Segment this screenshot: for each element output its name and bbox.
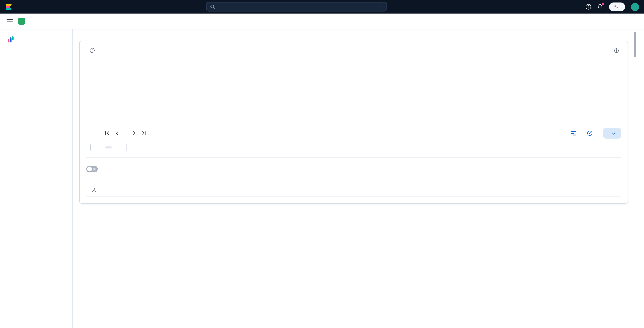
next-page-button[interactable]: [132, 130, 137, 136]
notifications-icon[interactable]: [597, 4, 604, 10]
waterfall-rows: [86, 196, 621, 197]
latency-header: [86, 48, 621, 53]
prev-page-button[interactable]: [114, 130, 120, 136]
info-icon[interactable]: [90, 48, 95, 53]
menu-icon[interactable]: [6, 18, 13, 24]
chevron-down-icon: [611, 131, 616, 136]
trace-summary: [86, 144, 621, 151]
trace-sample-header: [86, 128, 621, 139]
toggle-knob: [87, 167, 92, 172]
user-avatar[interactable]: [631, 3, 639, 11]
waterfall-axis: [86, 186, 621, 196]
critical-path-row: [86, 166, 621, 172]
elastic-logo[interactable]: [5, 3, 13, 11]
global-header: [0, 0, 644, 14]
toggle-off-icon: [93, 168, 96, 171]
trace-icon: [570, 130, 576, 136]
trace-tabs: [86, 157, 621, 157]
ai-assistant-button[interactable]: [609, 3, 625, 11]
critical-path-toggle[interactable]: [86, 166, 98, 172]
notification-dot: [602, 3, 604, 5]
waterfall: [86, 186, 621, 197]
search-shortcut-badge: [379, 6, 383, 7]
trace-pagination: [104, 130, 147, 136]
latency-chart[interactable]: [86, 65, 621, 118]
header-right: [585, 0, 639, 14]
space-badge[interactable]: [18, 18, 25, 25]
app-body: [0, 29, 644, 328]
latency-xaxis: [108, 103, 621, 114]
last-page-button[interactable]: [141, 130, 147, 136]
waterfall-axis-row: [86, 186, 621, 196]
trace-actions: [570, 128, 621, 139]
main-content: [72, 29, 644, 328]
sidebar: [0, 29, 72, 328]
latency-plot: [108, 65, 621, 103]
investigate-button[interactable]: [604, 128, 621, 139]
status-badge: [116, 146, 122, 148]
ai-assistant-icon: [613, 4, 618, 10]
header-left: [5, 3, 16, 11]
search-icon: [210, 4, 215, 10]
view-full-trace-button[interactable]: [570, 130, 579, 136]
request-badge[interactable]: [105, 146, 112, 148]
divider: [90, 144, 91, 151]
divider: [100, 144, 101, 151]
scrollbar-thumb[interactable]: [634, 32, 636, 57]
breadcrumb-bar: [0, 14, 644, 29]
help-icon[interactable]: [585, 4, 592, 10]
range-hint: [614, 48, 621, 53]
divider: [126, 144, 126, 151]
open-in-discover-button[interactable]: [587, 130, 595, 136]
transaction-card: [79, 41, 628, 204]
page: [0, 0, 644, 328]
global-search-input[interactable]: [206, 2, 387, 12]
discover-icon: [587, 130, 593, 136]
first-page-button[interactable]: [104, 130, 110, 136]
sidebar-header: [7, 36, 68, 43]
observability-logo-icon: [7, 36, 14, 43]
duration: [95, 144, 96, 151]
